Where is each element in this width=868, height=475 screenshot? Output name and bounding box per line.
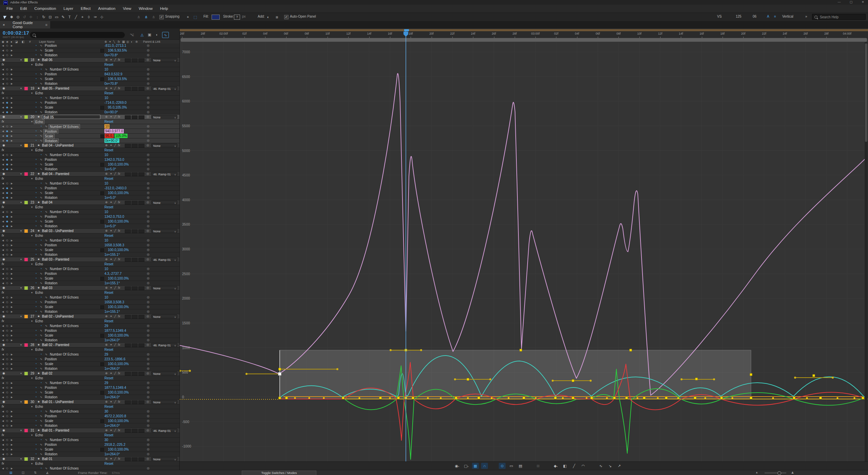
- collapse-icon[interactable]: ▾: [20, 286, 22, 290]
- graph-include-icon[interactable]: ∿: [40, 219, 42, 224]
- layer-switch-icon-2[interactable]: ╱: [114, 286, 116, 290]
- stopwatch-icon[interactable]: ◔: [35, 110, 37, 114]
- next-keyframe-icon[interactable]: ▶: [11, 324, 13, 328]
- next-keyframe-icon[interactable]: ▶: [11, 72, 13, 76]
- draft-icon[interactable]: ⇅: [33, 471, 38, 475]
- collapse-icon[interactable]: ▾: [20, 86, 22, 91]
- next-keyframe-icon[interactable]: ▶: [11, 357, 13, 361]
- constrain-icon[interactable]: [100, 49, 104, 53]
- keyframe-toggle-icon[interactable]: ◇: [6, 362, 8, 366]
- mode-box[interactable]: [125, 258, 131, 262]
- layer-row[interactable]: ◉▾27★Ball 02 - UnParented⊕✦╱fx◎None∨: [0, 314, 179, 319]
- layer-switch-icon-0[interactable]: ⊕: [105, 428, 107, 433]
- parent-pick-whip-icon[interactable]: ◎: [146, 314, 149, 319]
- layer-switch-icon-2[interactable]: ╱: [114, 172, 116, 176]
- graph-include-icon[interactable]: ∿: [45, 409, 47, 414]
- graph-editor-icon[interactable]: ∿: [162, 32, 169, 38]
- collapse-icon[interactable]: ▾: [20, 143, 22, 148]
- stopwatch-icon[interactable]: ◔: [35, 224, 37, 228]
- mode-box[interactable]: [138, 258, 144, 262]
- stopwatch-icon[interactable]: ◔: [40, 238, 42, 243]
- collapse-icon[interactable]: ▾: [31, 461, 33, 466]
- constrain-icon[interactable]: [100, 220, 104, 224]
- prev-keyframe-icon[interactable]: ◀: [2, 138, 4, 143]
- pick-whip-icon[interactable]: ◎: [147, 409, 150, 414]
- pick-whip-icon[interactable]: ◎: [147, 357, 150, 361]
- scrollbar-thumb[interactable]: [865, 43, 867, 142]
- prev-keyframe-icon[interactable]: ◀: [2, 105, 4, 110]
- motion-blur-icon[interactable]: ◐: [154, 32, 160, 37]
- keyframe-toggle-icon[interactable]: ◆: [6, 134, 8, 138]
- stopwatch-icon[interactable]: ◔: [35, 72, 37, 76]
- parent-pick-whip-icon[interactable]: ◎: [146, 229, 149, 233]
- menu-edit[interactable]: Edit: [17, 5, 31, 13]
- prev-keyframe-icon[interactable]: ◀: [2, 419, 4, 423]
- region-of-interest-tool[interactable]: ⊡: [47, 14, 53, 20]
- layer-switch-icon-0[interactable]: ⊕: [105, 115, 107, 119]
- stopwatch-icon[interactable]: ◔: [35, 48, 37, 53]
- layer-name[interactable]: Ball 01 - Parented: [42, 428, 69, 433]
- keyframe-toggle-icon[interactable]: ◇: [6, 419, 8, 423]
- property-value[interactable]: 10: [104, 238, 108, 243]
- next-keyframe-icon[interactable]: ▶: [11, 395, 13, 399]
- property-value[interactable]: 1x+264.0°: [104, 423, 120, 428]
- prev-keyframe-icon[interactable]: ◀: [2, 110, 4, 114]
- pick-whip-icon[interactable]: ◎: [147, 281, 150, 285]
- layer-row[interactable]: ◉▾19★Ball 05 - Parented⊕✦╱fx◎46. Ramp 01…: [0, 86, 179, 91]
- mode-box[interactable]: [125, 400, 131, 404]
- eye-icon[interactable]: ◉: [2, 400, 5, 404]
- keyframe-toggle-icon[interactable]: ◇: [6, 390, 8, 395]
- value-125[interactable]: 125: [736, 15, 742, 18]
- layer-name[interactable]: Ball 01 - UnParented: [42, 400, 74, 404]
- layer-switch-icon-2[interactable]: ╱: [114, 115, 116, 119]
- next-keyframe-icon[interactable]: ▶: [11, 442, 13, 447]
- stopwatch-icon[interactable]: ◔: [35, 100, 37, 105]
- next-keyframe-icon[interactable]: ▶: [11, 362, 13, 366]
- stopwatch-icon[interactable]: ◔: [35, 390, 37, 395]
- next-keyframe-icon[interactable]: ▶: [11, 186, 13, 190]
- zoom-tool[interactable]: ⊙: [15, 14, 21, 20]
- next-keyframe-icon[interactable]: ▶: [11, 366, 13, 371]
- layer-switch-icon-1[interactable]: ✦: [110, 86, 112, 91]
- property-value[interactable]: 29: [104, 381, 108, 385]
- next-keyframe-icon[interactable]: ▶: [11, 305, 13, 309]
- graph-include-icon[interactable]: ∿: [40, 157, 42, 162]
- graph-include-icon[interactable]: ∿: [40, 224, 42, 228]
- prev-keyframe-icon[interactable]: ◀: [2, 167, 4, 171]
- reset-link[interactable]: Reset: [104, 176, 113, 181]
- mode-box[interactable]: [138, 286, 144, 290]
- stopwatch-icon[interactable]: ◔: [40, 409, 42, 414]
- collapse-icon[interactable]: ▾: [20, 314, 22, 319]
- stopwatch-icon[interactable]: ◔: [35, 134, 37, 138]
- next-keyframe-icon[interactable]: ▶: [11, 328, 13, 333]
- layer-switch-icon-2[interactable]: ╱: [114, 343, 116, 347]
- graph-include-icon[interactable]: ∿: [40, 48, 42, 53]
- prev-keyframe-icon[interactable]: ◀: [2, 48, 4, 53]
- auto-open-checkbox[interactable]: ✓: [284, 15, 289, 19]
- property-value[interactable]: 843.0,532.9: [104, 72, 122, 76]
- mode-box[interactable]: [132, 87, 138, 91]
- prev-keyframe-icon[interactable]: ◀: [2, 366, 4, 371]
- layer-switch-icon-3[interactable]: fx: [118, 400, 120, 404]
- pick-whip-icon[interactable]: ◎: [147, 96, 150, 100]
- layer-row[interactable]: ◉▾29★Ball 02⊕✦╱fx◎None∨: [0, 371, 179, 376]
- property-value[interactable]: 30: [104, 438, 108, 442]
- pick-whip-icon[interactable]: ◎: [147, 153, 150, 157]
- property-value[interactable]: 100.0,100.0%: [108, 162, 129, 167]
- clone-stamp-tool[interactable]: ⌖: [79, 14, 85, 20]
- next-keyframe-icon[interactable]: ▶: [11, 423, 13, 428]
- mode-box[interactable]: [125, 315, 131, 319]
- next-keyframe-icon[interactable]: ▶: [11, 252, 13, 257]
- graph-include-icon[interactable]: ∿: [45, 267, 47, 271]
- mode-box[interactable]: [132, 457, 138, 461]
- pick-whip-icon[interactable]: ◎: [147, 324, 150, 328]
- prev-keyframe-icon[interactable]: ◀: [2, 134, 4, 138]
- panel-icon[interactable]: ⧈: [274, 14, 280, 20]
- parent-pick-whip-icon[interactable]: ◎: [146, 58, 149, 62]
- prev-keyframe-icon[interactable]: ◀: [2, 129, 4, 133]
- next-keyframe-icon[interactable]: ▶: [11, 338, 13, 342]
- prev-keyframe-icon[interactable]: ◀: [2, 395, 4, 399]
- stopwatch-icon[interactable]: ◔: [35, 357, 37, 361]
- layer-row[interactable]: ◉▾30★Ball 01 - UnParented⊕✦╱fx◎None∨: [0, 400, 179, 404]
- graph-include-icon[interactable]: ∿: [45, 324, 47, 328]
